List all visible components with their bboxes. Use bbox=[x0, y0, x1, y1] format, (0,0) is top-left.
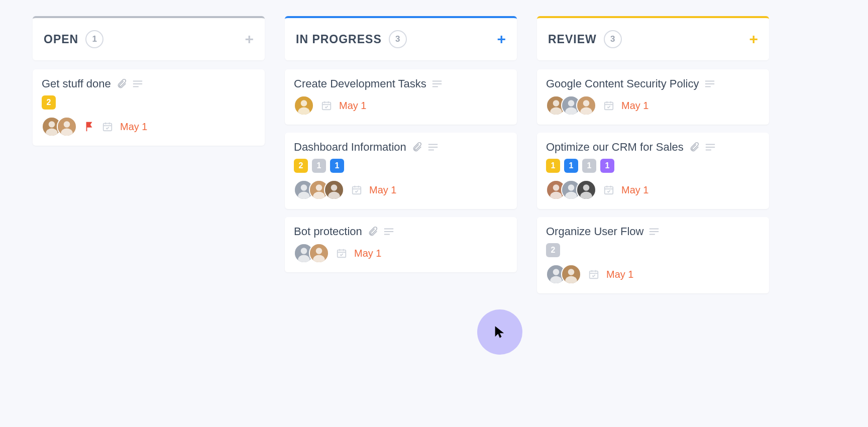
priority-flag-icon[interactable] bbox=[84, 121, 95, 132]
add-card-button[interactable]: + bbox=[497, 32, 506, 47]
card-header-row: Organize User Flow bbox=[546, 225, 760, 238]
assignee-avatars[interactable] bbox=[546, 180, 596, 200]
task-tag[interactable]: 2 bbox=[294, 159, 308, 173]
attachment-icon bbox=[689, 142, 700, 153]
task-tag[interactable]: 1 bbox=[330, 159, 344, 173]
card-footer-row: May 1 bbox=[42, 117, 256, 137]
column-header-prog[interactable]: IN PROGRESS 3 + bbox=[285, 16, 517, 60]
card-footer-row: May 1 bbox=[294, 243, 508, 263]
card-list: Get stuff done2 May 1 bbox=[33, 69, 265, 146]
svg-point-91 bbox=[568, 269, 575, 275]
task-tag[interactable]: 1 bbox=[312, 159, 326, 173]
column-count-badge: 1 bbox=[85, 30, 103, 48]
description-icon bbox=[704, 79, 715, 88]
attachment-icon bbox=[411, 142, 422, 153]
task-card[interactable]: Google Content Security Policy May 1 bbox=[537, 69, 769, 125]
task-card[interactable]: Get stuff done2 May 1 bbox=[33, 69, 265, 146]
avatar[interactable] bbox=[294, 95, 314, 116]
kanban-board: OPEN 1 + Get stuff done2 May 1 IN PROGRE… bbox=[0, 0, 868, 309]
avatar[interactable] bbox=[309, 243, 329, 263]
assignee-avatars[interactable] bbox=[294, 180, 344, 200]
calendar-icon bbox=[603, 100, 614, 111]
attachment-icon bbox=[116, 78, 127, 89]
calendar-icon bbox=[102, 121, 113, 132]
task-tag[interactable]: 1 bbox=[546, 159, 560, 173]
svg-point-78 bbox=[583, 184, 590, 191]
column-review: REVIEW 3 + Google Content Security Polic… bbox=[537, 16, 769, 293]
task-card[interactable]: Optimize our CRM for Sales1111 May 1 bbox=[537, 133, 769, 209]
svg-point-27 bbox=[301, 184, 307, 191]
card-tags-row: 2 bbox=[42, 95, 256, 110]
avatar[interactable] bbox=[561, 264, 581, 284]
avatar[interactable] bbox=[324, 180, 344, 200]
svg-rect-35 bbox=[353, 187, 361, 194]
card-header-row: Create Development Tasks bbox=[294, 77, 508, 90]
svg-point-72 bbox=[553, 184, 560, 191]
card-header-row: Dashboard Information bbox=[294, 141, 508, 154]
card-header-row: Google Content Security Policy bbox=[546, 77, 760, 90]
card-title: Get stuff done bbox=[42, 77, 111, 90]
svg-rect-93 bbox=[590, 271, 598, 279]
add-card-button[interactable]: + bbox=[749, 32, 758, 47]
card-tags-row: 2 bbox=[546, 243, 760, 257]
column-header-open[interactable]: OPEN 1 + bbox=[33, 16, 265, 60]
due-date: May 1 bbox=[369, 184, 396, 196]
card-title: Bot protection bbox=[294, 225, 362, 238]
description-icon bbox=[648, 227, 660, 236]
due-date: May 1 bbox=[120, 121, 147, 133]
task-tag[interactable]: 1 bbox=[600, 159, 614, 173]
card-title: Dashboard Information bbox=[294, 141, 406, 154]
avatar[interactable] bbox=[57, 117, 77, 137]
card-header-row: Optimize our CRM for Sales bbox=[546, 141, 760, 154]
card-footer-row: May 1 bbox=[294, 95, 508, 116]
card-tags-row: 1111 bbox=[546, 159, 760, 173]
task-card[interactable]: Organize User Flow2 May 1 bbox=[537, 217, 769, 293]
add-card-button[interactable]: + bbox=[245, 32, 254, 47]
assignee-avatars[interactable] bbox=[546, 264, 581, 284]
calendar-icon bbox=[336, 248, 347, 259]
task-tag[interactable]: 1 bbox=[582, 159, 596, 173]
description-icon bbox=[383, 227, 394, 236]
svg-point-46 bbox=[316, 248, 322, 254]
task-card[interactable]: Dashboard Information211 May 1 bbox=[285, 133, 517, 209]
task-card[interactable]: Create Development Tasks May 1 bbox=[285, 69, 517, 125]
task-card[interactable]: Bot protection May 1 bbox=[285, 217, 517, 272]
svg-rect-80 bbox=[605, 187, 613, 194]
assignee-avatars[interactable] bbox=[294, 95, 314, 116]
card-footer-row: May 1 bbox=[546, 95, 760, 116]
column-count-badge: 3 bbox=[389, 30, 407, 48]
description-icon bbox=[705, 143, 716, 152]
calendar-icon bbox=[351, 184, 362, 195]
due-date: May 1 bbox=[339, 100, 366, 112]
due-date: May 1 bbox=[354, 248, 381, 259]
svg-point-59 bbox=[568, 100, 575, 106]
calendar-icon bbox=[321, 100, 332, 111]
column-title: REVIEW bbox=[548, 33, 597, 46]
description-icon bbox=[431, 79, 443, 88]
cursor-indicator bbox=[477, 309, 522, 355]
avatar[interactable] bbox=[576, 95, 596, 116]
card-footer-row: May 1 bbox=[294, 180, 508, 200]
card-title: Organize User Flow bbox=[546, 225, 643, 238]
task-tag[interactable]: 1 bbox=[564, 159, 578, 173]
task-tag[interactable]: 2 bbox=[546, 243, 560, 257]
card-footer-row: May 1 bbox=[546, 180, 760, 200]
card-title: Google Content Security Policy bbox=[546, 77, 699, 90]
svg-rect-19 bbox=[322, 102, 331, 110]
description-icon bbox=[427, 143, 439, 152]
card-list: Create Development Tasks May 1 Dashboard… bbox=[285, 69, 517, 272]
assignee-avatars[interactable] bbox=[546, 95, 596, 116]
column-header-review[interactable]: REVIEW 3 + bbox=[537, 16, 769, 60]
svg-point-75 bbox=[568, 184, 575, 191]
svg-point-56 bbox=[553, 100, 560, 106]
task-tag[interactable]: 2 bbox=[42, 95, 56, 110]
column-count-badge: 3 bbox=[604, 30, 622, 48]
assignee-avatars[interactable] bbox=[294, 243, 329, 263]
assignee-avatars[interactable] bbox=[42, 117, 77, 137]
column-prog: IN PROGRESS 3 + Create Development Tasks… bbox=[285, 16, 517, 293]
attachment-icon bbox=[367, 226, 378, 237]
svg-rect-64 bbox=[605, 102, 613, 110]
svg-rect-9 bbox=[103, 124, 112, 131]
card-footer-row: May 1 bbox=[546, 264, 760, 284]
avatar[interactable] bbox=[576, 180, 596, 200]
